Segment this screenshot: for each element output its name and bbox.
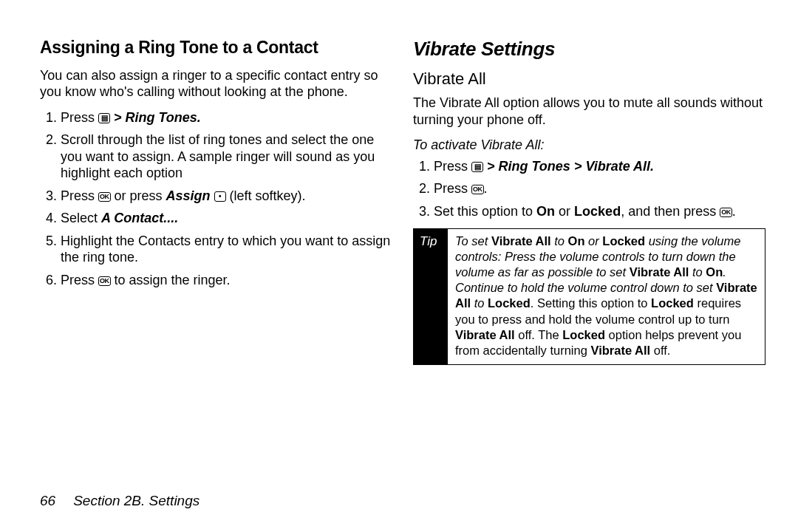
on-label: On: [536, 204, 555, 219]
softkey-icon: [214, 191, 226, 202]
left-step-5: Highlight the Contacts entry to which yo…: [61, 233, 392, 266]
vibrate-all-label: Vibrate All: [630, 265, 689, 279]
right-step-2: Press OK.: [434, 180, 765, 197]
left-steps: Press ▤ > Ring Tones. Scroll through the…: [40, 109, 392, 289]
activate-instruction: To activate Vibrate All:: [413, 137, 765, 154]
right-steps: Press ▤ > Ring Tones > Vibrate All. Pres…: [413, 158, 765, 220]
left-intro: You can also assign a ringer to a specif…: [40, 67, 392, 100]
text: >: [570, 159, 586, 174]
vibrate-all-label: Vibrate All: [590, 344, 650, 357]
right-column: Vibrate Settings Vibrate All The Vibrate…: [413, 37, 765, 477]
text: Press: [434, 181, 471, 196]
text: Select: [61, 211, 101, 225]
text: Press: [434, 159, 471, 174]
text: To set: [455, 234, 491, 248]
text: .: [732, 204, 736, 219]
manual-page: Assigning a Ring Tone to a Contact You c…: [0, 0, 798, 532]
ring-tones-label: Ring Tones: [499, 159, 570, 174]
menu-icon: ▤: [98, 113, 110, 123]
ring-tones-label: Ring Tones.: [126, 110, 201, 125]
page-footer: 66Section 2B. Settings: [40, 477, 765, 510]
vibrate-all-label: Vibrate All: [585, 159, 650, 174]
left-step-6: Press OK to assign the ringer.: [61, 272, 392, 289]
text: or press: [111, 188, 166, 203]
on-label: On: [706, 265, 723, 279]
text: off.: [650, 344, 670, 357]
text: >: [483, 159, 499, 174]
text: to: [551, 234, 568, 248]
locked-label: Locked: [488, 296, 531, 310]
vibrate-all-label: Vibrate All: [455, 328, 515, 341]
text: Set this option to: [434, 204, 536, 219]
locked-label: Locked: [574, 204, 621, 219]
left-heading: Assigning a Ring Tone to a Contact: [40, 37, 392, 58]
left-step-1: Press ▤ > Ring Tones.: [61, 109, 392, 126]
vibrate-all-heading: Vibrate All: [413, 69, 765, 89]
text: .: [484, 181, 488, 196]
left-step-3: Press OK or press Assign (left softkey).: [61, 188, 392, 205]
vibrate-settings-heading: Vibrate Settings: [413, 37, 765, 61]
ok-icon: OK: [471, 185, 484, 194]
text: to: [471, 296, 488, 310]
text: (left softkey).: [226, 188, 306, 203]
text: or: [584, 234, 602, 248]
text: Press: [61, 188, 98, 203]
right-step-1: Press ▤ > Ring Tones > Vibrate All.: [434, 158, 765, 175]
ok-icon: OK: [98, 276, 111, 286]
locked-label: Locked: [651, 296, 694, 310]
menu-icon: ▤: [471, 162, 483, 172]
text: off. The: [515, 328, 563, 341]
right-intro: The Vibrate All option allows you to mut…: [413, 95, 765, 128]
right-step-3: Set this option to On or Locked, and the…: [434, 203, 765, 220]
text: to: [689, 265, 706, 279]
text: Press: [61, 110, 98, 125]
tip-label: Tip: [414, 229, 448, 364]
text: , and then press: [621, 204, 720, 219]
tip-box: Tip To set Vibrate All to On or Locked u…: [413, 228, 765, 365]
ok-icon: OK: [98, 192, 111, 202]
text: >: [110, 110, 126, 125]
locked-label: Locked: [602, 234, 645, 248]
left-column: Assigning a Ring Tone to a Contact You c…: [40, 37, 392, 477]
locked-label: Locked: [562, 328, 605, 341]
footer-section: Section 2B. Settings: [73, 493, 200, 508]
ok-icon: OK: [720, 208, 732, 217]
vibrate-all-label: Vibrate All: [491, 234, 551, 248]
text: to assign the ringer.: [111, 273, 231, 287]
text: . Setting this option to: [531, 296, 651, 310]
page-number: 66: [40, 493, 55, 508]
assign-label: Assign: [166, 188, 211, 203]
left-step-4: Select A Contact....: [61, 210, 392, 227]
text: .: [650, 159, 654, 174]
text: or: [555, 204, 574, 219]
tip-text: To set Vibrate All to On or Locked using…: [448, 229, 765, 364]
left-step-2: Scroll through the list of ring tones an…: [61, 132, 392, 182]
a-contact-label: A Contact....: [101, 211, 178, 225]
text: Press: [61, 273, 98, 287]
two-column-layout: Assigning a Ring Tone to a Contact You c…: [40, 37, 765, 477]
on-label: On: [568, 234, 585, 248]
